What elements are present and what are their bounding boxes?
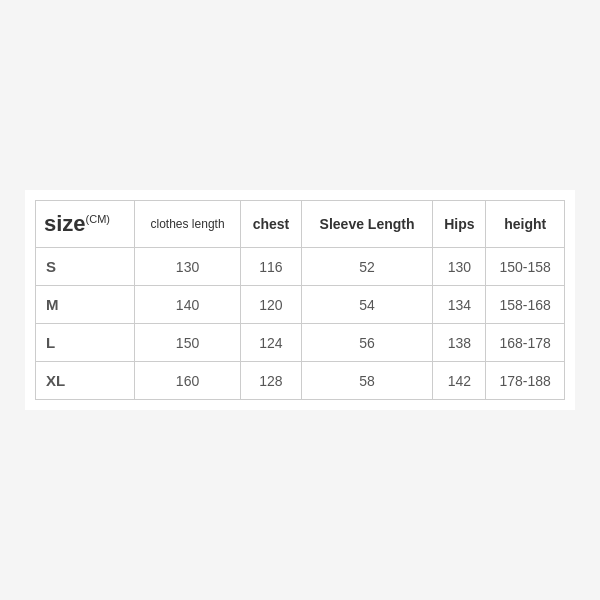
cell-clothes_length: 150 xyxy=(134,324,240,362)
cell-chest: 116 xyxy=(241,248,302,286)
size-chart-container: size(CM) clothes length chest Sleeve Len… xyxy=(25,190,575,410)
cell-clothes_length: 140 xyxy=(134,286,240,324)
cell-hips: 130 xyxy=(433,248,486,286)
cell-sleeve_length: 58 xyxy=(301,362,433,400)
size-label: size xyxy=(44,211,86,236)
cell-clothes_length: 160 xyxy=(134,362,240,400)
cell-height: 150-158 xyxy=(486,248,565,286)
cell-chest: 124 xyxy=(241,324,302,362)
table-row: XL16012858142178-188 xyxy=(36,362,565,400)
cell-sleeve_length: 56 xyxy=(301,324,433,362)
cell-height: 178-188 xyxy=(486,362,565,400)
size-header: size(CM) xyxy=(36,201,135,248)
cell-sleeve_length: 52 xyxy=(301,248,433,286)
table-row: L15012456138168-178 xyxy=(36,324,565,362)
cell-hips: 138 xyxy=(433,324,486,362)
clothes-length-header: clothes length xyxy=(134,201,240,248)
cell-sleeve_length: 54 xyxy=(301,286,433,324)
cell-height: 168-178 xyxy=(486,324,565,362)
cell-chest: 120 xyxy=(241,286,302,324)
sleeve-length-header: Sleeve Length xyxy=(301,201,433,248)
cell-chest: 128 xyxy=(241,362,302,400)
cell-size: M xyxy=(36,286,135,324)
cell-hips: 134 xyxy=(433,286,486,324)
cell-size: L xyxy=(36,324,135,362)
height-header: height xyxy=(486,201,565,248)
cell-clothes_length: 130 xyxy=(134,248,240,286)
hips-header: Hips xyxy=(433,201,486,248)
cell-hips: 142 xyxy=(433,362,486,400)
size-chart-table: size(CM) clothes length chest Sleeve Len… xyxy=(35,200,565,400)
table-row: M14012054134158-168 xyxy=(36,286,565,324)
cell-size: XL xyxy=(36,362,135,400)
cell-height: 158-168 xyxy=(486,286,565,324)
size-unit: (CM) xyxy=(86,213,110,225)
cell-size: S xyxy=(36,248,135,286)
table-row: S13011652130150-158 xyxy=(36,248,565,286)
chest-header: chest xyxy=(241,201,302,248)
